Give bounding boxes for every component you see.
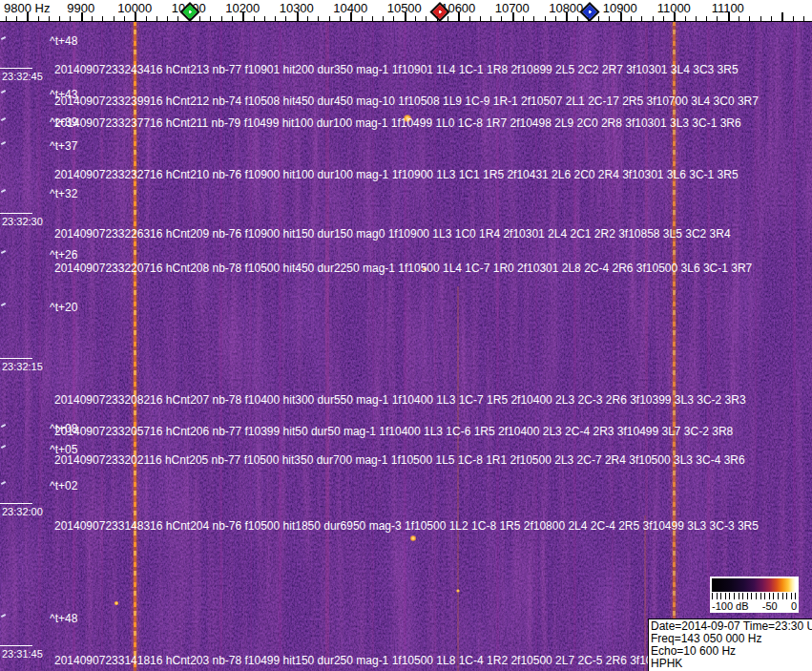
freq-tick <box>329 16 330 21</box>
freq-tick <box>70 16 71 21</box>
time-tick-line <box>0 358 32 359</box>
freq-tick <box>480 16 481 21</box>
freq-tick <box>501 16 502 21</box>
freq-tick <box>285 16 286 21</box>
faint-echo-line <box>644 515 646 671</box>
freq-tick <box>760 16 761 21</box>
freq-label: 9900 <box>67 1 94 15</box>
time-tick-line <box>0 503 32 504</box>
freq-tick <box>16 16 17 21</box>
freq-tick <box>146 16 147 21</box>
event-time-marker: ^t+32 <box>50 187 77 200</box>
detection-log-line: 20140907233148316 hCnt204 nb-76 f10500 h… <box>54 519 759 533</box>
detection-log-line: 20140907233205716 hCnt206 nb-77 f10399 h… <box>54 425 733 438</box>
freq-tick <box>717 16 718 21</box>
time-tick-line <box>0 645 32 646</box>
time-label: 23:32:45 <box>2 71 43 82</box>
freq-tick <box>426 16 427 21</box>
noise-streak <box>755 21 757 671</box>
freq-tick <box>307 16 308 21</box>
freq-label: 10400 <box>333 1 367 15</box>
freq-tick <box>448 16 448 21</box>
freq-tick <box>696 16 697 21</box>
freq-tick <box>555 16 556 21</box>
freq-tick <box>167 16 168 21</box>
time-label: 23:31:45 <box>2 648 43 660</box>
spectrogram-display: 9800 Hz990010000101001020010300104001050… <box>0 0 812 671</box>
freq-tick <box>685 16 686 21</box>
detection-log-line: 20140907233141816 hCnt203 nb-78 f10499 h… <box>54 654 716 667</box>
event-time-marker: ^t+02 <box>50 479 77 493</box>
time-tick-line <box>0 213 32 214</box>
freq-tick <box>781 12 783 21</box>
freq-tick <box>641 16 642 21</box>
freq-tick <box>102 16 103 21</box>
status-info-box: Date=2014-09-07 Time=23:30 UTC Freq=143 … <box>648 619 812 671</box>
freq-tick <box>415 16 416 21</box>
freq-tick <box>545 16 546 21</box>
time-label: 23:32:00 <box>2 506 43 517</box>
freq-tick <box>393 16 394 21</box>
freq-tick <box>523 16 524 21</box>
freq-label: 11000 <box>657 1 691 15</box>
freq-label: 10200 <box>225 1 260 15</box>
freq-tick <box>469 16 470 21</box>
freq-tick <box>803 16 804 21</box>
detection-log-line: 20140907233220716 hCnt208 nb-78 f10500 h… <box>54 262 752 275</box>
db-gradient-bar <box>712 578 796 592</box>
freq-tick <box>177 16 178 21</box>
detection-log-line: 20140907233237716 hCnt211 nb-79 f10499 h… <box>54 116 741 130</box>
freq-tick <box>609 16 610 21</box>
detection-log-line: 20140907233226316 hCnt209 nb-76 f10900 h… <box>54 227 731 241</box>
db-max-label: 0 <box>791 600 797 612</box>
freq-tick <box>6 16 7 21</box>
freq-tick <box>598 16 599 21</box>
freq-label: 10900 <box>603 1 637 15</box>
event-time-marker: ^t+26 <box>50 248 77 262</box>
time-label: 23:32:15 <box>2 361 43 372</box>
event-time-marker: ^t+48 <box>50 612 77 625</box>
detection-log-line: 20140907233208216 hCnt207 nb-78 f10400 h… <box>54 393 746 407</box>
freq-tick <box>124 16 125 21</box>
freq-tick <box>232 16 233 21</box>
freq-tick <box>793 16 794 21</box>
freq-tick <box>706 16 707 21</box>
echo-blob <box>456 589 460 592</box>
frequency-ruler[interactable]: 9800 Hz990010000101001020010300104001050… <box>0 0 812 22</box>
noise-streak <box>793 21 796 671</box>
db-min-label: -100 dB <box>712 600 749 612</box>
db-color-scale: -100 dB -50 0 <box>710 577 799 613</box>
freq-tick <box>49 16 50 21</box>
freq-tick <box>771 16 772 21</box>
freq-tick <box>577 16 578 21</box>
event-time-marker: ^t+20 <box>50 301 77 314</box>
freq-label: 10300 <box>280 1 314 15</box>
time-tick-line <box>0 68 32 69</box>
freq-tick <box>663 16 664 21</box>
freq-tick <box>653 16 654 21</box>
freq-tick <box>739 16 739 21</box>
freq-tick <box>340 16 341 21</box>
detection-log-line: 20140907233243416 hCnt213 nb-77 f10901 h… <box>54 63 739 76</box>
freq-tick <box>533 16 534 21</box>
freq-label: 10000 <box>117 1 152 15</box>
detection-log-line: 20140907233202116 hCnt205 nb-77 f10500 h… <box>54 453 745 467</box>
db-mid-label: -50 <box>762 600 778 612</box>
freq-tick <box>490 16 491 21</box>
freq-label: 10500 <box>387 1 422 15</box>
freq-tick <box>749 16 750 21</box>
station-id-text: HPHK <box>651 658 812 670</box>
freq-tick <box>59 16 60 21</box>
freq-tick <box>254 16 255 21</box>
freq-tick <box>362 16 363 21</box>
faint-echo-line <box>457 286 459 671</box>
freq-tick <box>372 16 373 21</box>
freq-tick <box>631 16 632 21</box>
detection-log-line: 20140907233232716 hCnt210 nb-76 f10900 h… <box>54 168 739 181</box>
noise-streak <box>38 21 41 671</box>
freq-tick <box>318 16 319 21</box>
freq-tick <box>38 16 39 21</box>
freq-tick <box>199 16 200 21</box>
db-scale-labels: -100 dB -50 0 <box>712 600 797 612</box>
freq-tick <box>275 16 276 21</box>
